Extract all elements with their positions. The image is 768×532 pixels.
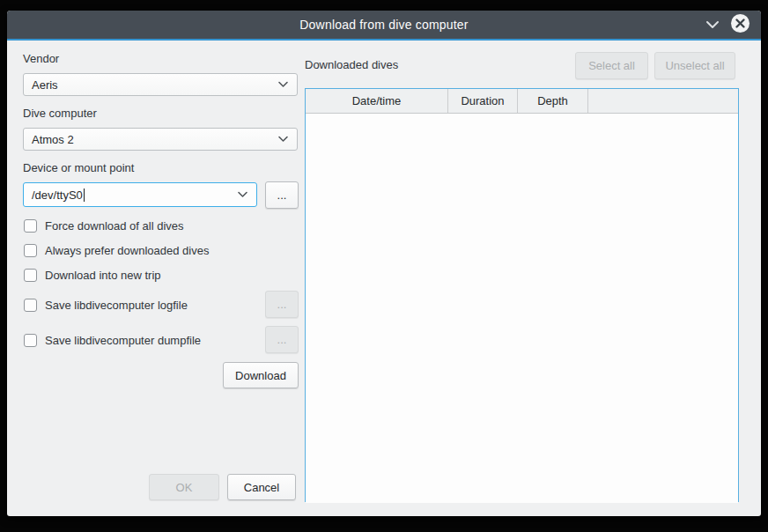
dive-computer-label: Dive computer [23,107,97,120]
vendor-selected-value: Aeris [32,78,58,92]
dive-computer-selected-value: Atmos 2 [32,133,74,146]
chevron-down-icon [277,81,289,88]
chevron-down-icon [237,191,248,198]
table-body-empty[interactable] [306,114,738,503]
device-label: Device or mount point [23,161,134,174]
close-button[interactable] [730,13,750,36]
checkbox-label: Save libdivecomputer logfile [45,299,188,312]
window-title: Download from dive computer [299,18,468,32]
column-header-duration[interactable]: Duration [448,89,518,113]
checkbox-label: Always prefer downloaded dives [45,244,209,257]
downloaded-dives-heading: Downloaded dives [305,58,398,71]
device-browse-button[interactable]: ... [265,181,299,209]
checkbox-row-prefer-downloaded[interactable]: Always prefer downloaded dives [24,243,209,258]
column-header-datetime[interactable]: Date/time [306,89,448,113]
table-header-row: Date/time Duration Depth [306,89,738,114]
checkbox-label: Force download of all dives [45,219,184,233]
dumpfile-browse-button: ... [265,326,299,353]
checkbox-icon[interactable] [24,334,37,347]
checkbox-row-save-dumpfile[interactable]: Save libdivecomputer dumpfile [24,333,201,348]
logfile-browse-button: ... [265,291,299,318]
vendor-label: Vendor [23,52,59,65]
device-value: /dev/ttyS0 [32,188,83,202]
download-dialog: Download from dive computer Vendor Ae [7,11,761,516]
select-all-button: Select all [575,52,648,79]
unselect-all-button: Unselect all [654,52,735,79]
cancel-button[interactable]: Cancel [227,474,296,500]
dive-computer-select[interactable]: Atmos 2 [23,128,298,151]
checkbox-row-new-trip[interactable]: Download into new trip [24,268,161,283]
titlebar[interactable]: Download from dive computer [7,11,761,41]
checkbox-icon[interactable] [24,244,37,257]
checkbox-label: Save libdivecomputer dumpfile [45,334,201,347]
download-button[interactable]: Download [223,362,299,388]
chevron-down-icon [277,136,289,143]
checkbox-icon[interactable] [24,299,37,312]
checkbox-icon[interactable] [24,219,37,233]
column-header-depth[interactable]: Depth [518,89,588,113]
close-icon [730,13,750,36]
checkbox-row-save-logfile[interactable]: Save libdivecomputer logfile [24,298,188,313]
checkbox-row-force-download[interactable]: Force download of all dives [24,218,184,233]
window-menu-button[interactable] [705,18,720,32]
titlebar-controls [705,11,750,39]
device-input[interactable]: /dev/ttyS0 [23,182,257,207]
checkbox-icon[interactable] [24,269,37,282]
vendor-select[interactable]: Aeris [23,73,298,96]
chevron-down-icon [705,18,720,32]
column-header-empty[interactable] [588,89,738,113]
downloaded-dives-table[interactable]: Date/time Duration Depth [305,88,739,502]
text-cursor [84,188,85,202]
ok-button: OK [149,474,219,500]
checkbox-label: Download into new trip [45,269,161,282]
